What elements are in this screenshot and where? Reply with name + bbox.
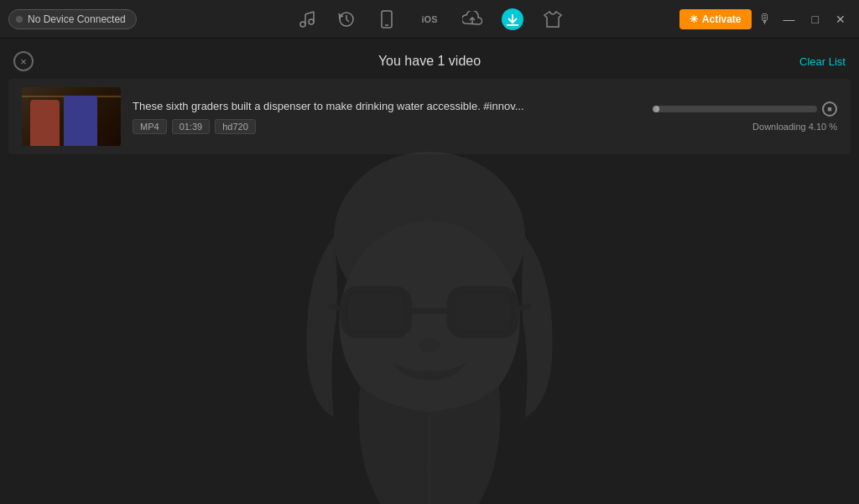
svg-line-18	[514, 306, 530, 309]
cloud-upload-icon[interactable]	[461, 8, 483, 30]
video-count-title: You have 1 video	[378, 54, 481, 69]
svg-line-4	[305, 12, 314, 14]
video-thumbnail	[22, 87, 121, 146]
svg-line-17	[329, 306, 345, 309]
device-status-dot	[16, 16, 23, 23]
close-x-icon: ×	[20, 55, 27, 68]
activate-button[interactable]: ✳ Activate	[679, 9, 752, 29]
progress-text: Downloading 4.10 %	[752, 122, 837, 132]
device-label: No Device Connected	[28, 13, 126, 25]
activate-label: Activate	[702, 13, 742, 25]
video-tags: MP4 01:39 hd720	[133, 119, 641, 134]
ios-label: iOS	[422, 14, 438, 24]
progress-area: ■ Downloading 4.10 %	[653, 101, 837, 132]
thumb-figure-2	[64, 96, 97, 146]
titlebar: No Device Connected	[0, 0, 859, 39]
svg-point-1	[309, 19, 314, 24]
device-button[interactable]: No Device Connected	[8, 9, 137, 29]
music-icon[interactable]	[295, 8, 317, 30]
close-list-button[interactable]: ×	[13, 51, 34, 71]
tag-quality: hd720	[215, 119, 256, 134]
activate-star-icon: ✳	[690, 13, 698, 25]
svg-rect-12	[345, 290, 409, 335]
thumb-scene	[22, 87, 121, 146]
progress-bar-fill	[653, 106, 659, 112]
nav-icons: iOS	[295, 8, 564, 30]
stop-icon: ■	[827, 105, 831, 113]
tag-duration: 01:39	[172, 119, 211, 134]
svg-point-19	[419, 338, 440, 353]
content-area: × You have 1 video Clear List These sixt…	[0, 39, 859, 504]
ios-icon[interactable]: iOS	[416, 8, 443, 30]
close-button[interactable]: ✕	[830, 9, 851, 29]
watermark-logo	[270, 152, 589, 504]
progress-bar-wrap: ■	[653, 101, 837, 117]
thumb-figure-1	[30, 100, 60, 146]
video-item: These sixth graders built a dispenser to…	[8, 79, 851, 154]
mic-icon[interactable]: 🎙	[758, 12, 772, 27]
svg-point-0	[300, 22, 305, 27]
history-icon[interactable]	[336, 8, 357, 30]
svg-point-10	[334, 152, 525, 322]
progress-bar-background	[653, 106, 817, 112]
video-title: These sixth graders built a dispenser to…	[133, 100, 641, 112]
stop-button[interactable]: ■	[822, 101, 837, 117]
clear-list-button[interactable]: Clear List	[799, 55, 846, 68]
minimize-button[interactable]: —	[778, 9, 800, 29]
svg-rect-13	[450, 290, 514, 335]
maximize-button[interactable]: □	[807, 9, 824, 29]
content-header: × You have 1 video Clear List	[0, 39, 859, 79]
titlebar-right: ✳ Activate 🎙 — □ ✕	[679, 9, 851, 29]
phone-icon[interactable]	[376, 8, 398, 30]
svg-rect-14	[346, 292, 406, 332]
download-icon[interactable]	[502, 8, 523, 30]
shirt-icon[interactable]	[542, 8, 564, 30]
svg-rect-15	[453, 292, 513, 332]
video-info: These sixth graders built a dispenser to…	[133, 100, 641, 134]
svg-point-11	[339, 221, 519, 423]
tag-format: MP4	[133, 119, 167, 134]
